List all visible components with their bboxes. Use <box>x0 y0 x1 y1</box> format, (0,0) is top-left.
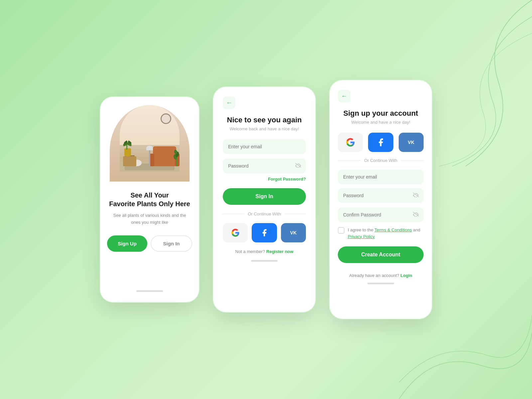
privacy-policy-link[interactable]: Privacy Policy <box>348 234 375 239</box>
create-account-button[interactable]: Create Account <box>338 246 424 263</box>
register-text: Not a member? Register now <box>235 249 294 254</box>
signin-title: Nice to see you again <box>227 116 302 124</box>
toggle-password-icon[interactable] <box>295 163 301 169</box>
email-input[interactable] <box>223 139 306 154</box>
divider-label: Or Continue With <box>248 211 281 216</box>
divider-label-2: Or Continue With <box>364 158 397 163</box>
vk-icon: VK <box>290 230 297 235</box>
hero-arch-image <box>110 105 190 182</box>
home-indicator-2 <box>251 260 278 262</box>
phone1-title: See All Your Favorite Plants Only Here <box>109 191 190 208</box>
facebook-icon <box>260 228 269 237</box>
already-account-text: Already have an account? Login <box>349 273 412 278</box>
login-link[interactable]: Login <box>400 273 412 278</box>
google-signin-button[interactable] <box>223 223 248 242</box>
terms-label: I agree to the Terms & Conditions and Pr… <box>348 227 424 240</box>
confirm-password-wrapper <box>338 207 424 222</box>
facebook-icon-2 <box>376 138 385 147</box>
signup-password-input[interactable] <box>338 188 424 203</box>
signin-ghost-button[interactable]: Sign In <box>151 235 192 252</box>
vk-signin-button[interactable]: VK <box>281 223 306 242</box>
toggle-password-icon-2[interactable] <box>413 193 419 199</box>
terms-checkbox-row: I agree to the Terms & Conditions and Pr… <box>338 227 424 240</box>
home-indicator-3 <box>367 283 394 284</box>
signup-social-row: VK <box>338 133 424 152</box>
signin-subtitle: Welcome back and have a nice day! <box>230 126 299 131</box>
back-button[interactable]: ← <box>223 96 235 109</box>
already-label: Already have an account? <box>349 273 399 278</box>
divider-left-2 <box>338 160 361 161</box>
password-wrapper <box>223 159 306 173</box>
facebook-signup-button[interactable] <box>368 133 393 152</box>
back-arrow-icon-2: ← <box>341 93 347 100</box>
divider-right <box>284 214 306 214</box>
divider-right-2 <box>401 160 424 161</box>
signup-subtitle: Welcome and have a nice day! <box>351 120 410 125</box>
signup-title: Sign up your account <box>343 109 418 118</box>
google-signup-button[interactable] <box>338 133 363 152</box>
phones-container: See All Your Favorite Plants Only Here S… <box>100 80 432 319</box>
signup-button[interactable]: Sign Up <box>107 235 147 252</box>
signup-back-button[interactable]: ← <box>338 90 350 102</box>
agree-mid: and <box>412 227 420 232</box>
divider: Or Continue With <box>223 211 306 216</box>
social-buttons: VK <box>223 223 306 242</box>
phone-signup: ← Sign up your account Welcome and have … <box>329 80 432 319</box>
toggle-confirm-icon[interactable] <box>413 212 419 218</box>
signup-email-input[interactable] <box>338 170 424 184</box>
forgot-password-link[interactable]: Forgot Password? <box>268 177 306 182</box>
not-member-label: Not a member? <box>235 249 265 254</box>
vk-signup-button[interactable]: VK <box>399 133 424 152</box>
google-icon <box>231 228 240 237</box>
back-arrow-icon: ← <box>226 99 232 106</box>
google-icon-2 <box>346 138 355 147</box>
confirm-password-input[interactable] <box>338 207 424 222</box>
phone1-subtitle: See all plants of various kinds and the … <box>107 212 192 226</box>
divider-2: Or Continue With <box>338 158 424 163</box>
phone-signin: ← Nice to see you again Welcome back and… <box>213 86 316 313</box>
phone1-buttons: Sign Up Sign In <box>107 235 192 252</box>
facebook-signin-button[interactable] <box>252 223 277 242</box>
agree-prefix: I agree to the <box>348 227 374 232</box>
home-indicator <box>136 290 163 292</box>
register-now-link[interactable]: Register now <box>266 249 294 254</box>
signin-button[interactable]: Sign In <box>223 188 306 205</box>
phone1-content: See All Your Favorite Plants Only Here S… <box>107 105 192 286</box>
vk-icon-2: VK <box>408 140 414 145</box>
signup-password-wrapper <box>338 188 424 203</box>
phone-onboarding: See All Your Favorite Plants Only Here S… <box>100 96 200 303</box>
terms-conditions-link[interactable]: Terms & Conditions <box>374 227 412 232</box>
divider-left <box>223 214 244 214</box>
arch-window <box>120 105 180 172</box>
terms-checkbox[interactable] <box>338 227 344 234</box>
password-input[interactable] <box>223 159 306 173</box>
